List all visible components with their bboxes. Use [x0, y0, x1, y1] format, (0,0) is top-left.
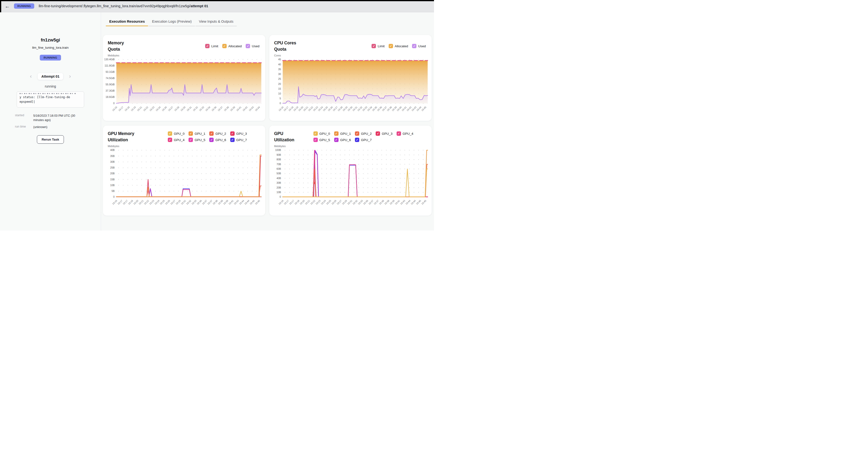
checkbox-used-icon[interactable]: ✓	[412, 44, 416, 48]
checkbox-gpu-0-icon[interactable]: ✓	[168, 131, 172, 136]
chevron-right-icon[interactable]: ›	[69, 74, 71, 79]
memory-quota-chart: 130.4GiB111.8GiB93.1GiB74.5GiB55.9GiB37.…	[104, 57, 264, 116]
legend-row: ✓GPU_5✓GPU_6✓GPU_7	[313, 138, 372, 142]
x-axis-tick: 19:21	[136, 105, 143, 112]
x-axis-tick: 19:26	[327, 105, 333, 112]
axis-unit-label: Mebibytes	[108, 145, 265, 148]
x-axis-tick: 19:33	[362, 105, 368, 112]
legend-label: GPU_2	[361, 132, 372, 135]
checkbox-gpu-4-icon[interactable]: ✓	[397, 131, 401, 136]
x-axis-tick: 19:26	[331, 199, 337, 205]
gpu-utilization-card: GPUUtilization ✓GPU_0✓GPU_1✓GPU_2✓GPU_3✓…	[269, 126, 432, 216]
checkbox-limit-icon[interactable]: ✓	[205, 44, 210, 48]
checkbox-limit-icon[interactable]: ✓	[372, 44, 376, 48]
y-axis-tick: 55.9GiB	[105, 83, 115, 86]
x-axis-tick: 19:42	[406, 105, 412, 112]
x-axis-tick: 19:37	[207, 199, 213, 205]
checkbox-gpu-0-icon[interactable]: ✓	[313, 131, 318, 136]
x-axis-tick: 19:44	[239, 199, 245, 205]
y-axis-tick: 60B	[277, 167, 281, 170]
x-axis-tick: 19:32	[186, 199, 192, 205]
checkbox-gpu-3-icon[interactable]: ✓	[376, 131, 380, 136]
x-axis-tick: 19:17	[117, 199, 123, 205]
x-axis-tick: 19:21	[303, 105, 309, 112]
x-axis-tick: 19:38	[383, 199, 390, 205]
y-axis-tick: 130.4GiB	[104, 58, 115, 61]
x-axis-tick: 19:39	[229, 105, 236, 112]
checkbox-gpu-4-icon[interactable]: ✓	[168, 138, 172, 142]
x-axis-tick: 19:33	[198, 105, 205, 112]
legend-label: Limit	[378, 44, 384, 48]
x-axis-tick: 19:31	[186, 105, 192, 112]
checkbox-gpu-3-icon[interactable]: ✓	[230, 131, 235, 136]
y-axis-tick: 20B	[110, 172, 115, 175]
y-axis-tick: 18.6GiB	[105, 96, 115, 98]
rerun-task-button[interactable]: Rerun Task	[37, 135, 64, 144]
checkbox-gpu-1-icon[interactable]: ✓	[189, 131, 193, 136]
legend-item-gpu-7: ✓GPU_7	[230, 138, 247, 142]
x-axis-tick: 19:27	[332, 105, 338, 112]
legend-item-gpu-6: ✓GPU_6	[209, 138, 226, 142]
checkbox-gpu-6-icon[interactable]: ✓	[334, 138, 339, 142]
app-root: ← RUNNING llm-fine-tuning/development/.f…	[0, 0, 434, 230]
legend-label: GPU_3	[236, 132, 247, 135]
x-axis-tick: 19:34	[367, 105, 373, 112]
tab-execution-resources[interactable]: Execution Resources	[106, 20, 148, 26]
tab-execution-logs[interactable]: Execution Logs (Preview)	[149, 20, 195, 26]
series-line-gpu-3	[117, 156, 261, 197]
legend-item-used: ✓Used	[412, 44, 426, 48]
main-panel: Execution Resources Execution Logs (Prev…	[101, 12, 434, 230]
x-axis-tick: 19:17	[283, 105, 289, 112]
x-axis-tick: 19:18	[128, 199, 133, 205]
checkbox-gpu-5-icon[interactable]: ✓	[313, 138, 318, 142]
checkbox-gpu-2-icon[interactable]: ✓	[355, 131, 359, 136]
y-axis-tick: 20	[278, 83, 281, 85]
x-axis-tick: 19:25	[159, 199, 165, 205]
checkbox-gpu-1-icon[interactable]: ✓	[334, 131, 339, 136]
back-arrow-icon[interactable]: ←	[5, 4, 10, 9]
x-axis-tick: 19:28	[337, 105, 343, 112]
checkbox-gpu-7-icon[interactable]: ✓	[355, 138, 359, 142]
chart-title: MemoryQuota	[108, 40, 124, 53]
x-axis-tick: 19:30	[347, 105, 353, 112]
checkbox-gpu-5-icon[interactable]: ✓	[189, 138, 193, 142]
x-axis-tick: 19:23	[315, 199, 321, 205]
legend-item-gpu-5: ✓GPU_5	[313, 138, 330, 142]
x-axis-tick: 19:44	[410, 199, 416, 205]
y-axis-tick: 25B	[110, 166, 115, 169]
x-axis-tick: 19:23	[149, 105, 155, 112]
checkbox-gpu-2-icon[interactable]: ✓	[209, 131, 214, 136]
x-axis-tick: 19:31	[352, 105, 358, 112]
started-row: started 5/16/2023 7:16:03 PM UTC (30 min…	[15, 114, 101, 122]
x-axis-tick: 19:29	[342, 105, 348, 112]
checkbox-gpu-7-icon[interactable]: ✓	[230, 138, 235, 142]
chevron-left-icon[interactable]: ‹	[30, 74, 32, 79]
y-axis-tick: 5B	[112, 190, 115, 192]
x-axis-tick: 19:24	[155, 105, 161, 112]
x-axis-tick: 19:22	[143, 199, 149, 205]
breadcrumb-path: llm-fine-tuning/development/.flytegen.ll…	[38, 4, 190, 8]
legend-row: ✓Limit✓Allocated✓Used	[205, 44, 259, 48]
legend-label: Used	[418, 44, 426, 48]
x-axis-tick: 19:18	[294, 199, 300, 205]
cpu-cores-quota-card: CPU CoresQuota ✓Limit✓Allocated✓Used Cor…	[269, 35, 432, 121]
x-axis-tick: 19:39	[391, 105, 397, 112]
legend-item-limit: ✓Limit	[372, 44, 384, 48]
tab-view-inputs-outputs[interactable]: View Inputs & Outputs	[195, 20, 237, 26]
checkbox-allocated-icon[interactable]: ✓	[222, 44, 227, 48]
legend-item-limit: ✓Limit	[205, 44, 218, 48]
legend-label: GPU_7	[361, 138, 372, 142]
checkbox-gpu-6-icon[interactable]: ✓	[209, 138, 214, 142]
y-axis-tick: 93.1GiB	[105, 71, 115, 73]
y-axis-tick: 40B	[277, 177, 281, 180]
x-axis-tick: 19:45	[421, 105, 427, 112]
legend-label: Limit	[211, 44, 218, 48]
task-id: fn1zw5gi	[0, 37, 101, 43]
checkbox-allocated-icon[interactable]: ✓	[389, 44, 393, 48]
x-axis-tick: 19:37	[373, 199, 379, 205]
started-value: 5/16/2023 7:16:03 PM UTC (30 minutes ago…	[33, 114, 79, 122]
chart-legend: ✓GPU_0✓GPU_1✓GPU_2✓GPU_3✓GPU_4✓GPU_5✓GPU…	[168, 131, 247, 142]
log-snippet-box[interactable]: y status: [llm-fine-tuning-de epspeed]|	[17, 91, 84, 107]
checkbox-used-icon[interactable]: ✓	[246, 44, 250, 48]
chart-legend: ✓GPU_0✓GPU_1✓GPU_2✓GPU_3✓GPU_4✓GPU_5✓GPU…	[313, 131, 413, 142]
